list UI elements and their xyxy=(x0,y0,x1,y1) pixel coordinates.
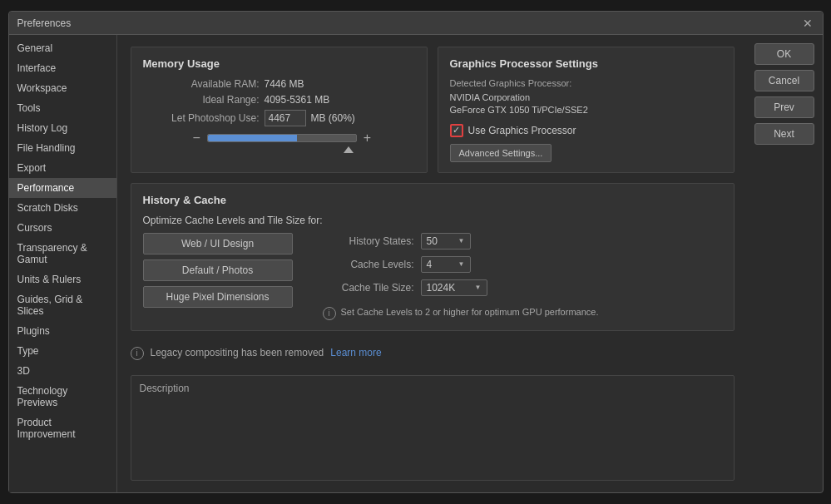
sidebar-item-cursors[interactable]: Cursors xyxy=(9,218,116,238)
gpu-name: NVIDIA Corporation GeForce GTX 1050 Ti/P… xyxy=(450,91,722,117)
gpu-title: Graphics Processor Settings xyxy=(450,57,722,70)
cache-tile-select[interactable]: 1024K ▼ xyxy=(421,279,487,296)
sidebar-item-transparency-&-gamut[interactable]: Transparency & Gamut xyxy=(9,238,116,269)
description-section: Description xyxy=(131,375,735,481)
gpu-info-note: i Set Cache Levels to 2 or higher for op… xyxy=(323,306,722,320)
photoshop-use-percent: MB (60%) xyxy=(311,112,355,124)
sidebar-item-technology-previews[interactable]: Technology Previews xyxy=(9,381,116,413)
next-button[interactable]: Next xyxy=(754,123,814,145)
history-states-arrow: ▼ xyxy=(458,237,465,245)
ideal-range-row: Ideal Range: 4095-5361 MB xyxy=(143,94,415,106)
legacy-notice: i Legacy compositing has been removed Le… xyxy=(131,341,735,365)
prev-button[interactable]: Prev xyxy=(754,96,814,118)
info-icon: i xyxy=(323,307,336,320)
sidebar-item-workspace[interactable]: Workspace xyxy=(9,78,116,98)
learn-more-link[interactable]: Learn more xyxy=(330,347,381,358)
sidebar-item-3d[interactable]: 3D xyxy=(9,361,116,381)
close-button[interactable]: ✕ xyxy=(801,17,814,30)
sidebar-item-general[interactable]: General xyxy=(9,38,116,58)
cancel-button[interactable]: Cancel xyxy=(754,70,814,91)
available-ram-label: Available RAM: xyxy=(143,78,260,90)
cache-levels-arrow: ▼ xyxy=(458,260,465,268)
right-buttons: OK Cancel Prev Next xyxy=(748,35,823,492)
use-gpu-label: Use Graphics Processor xyxy=(468,125,576,136)
sidebar-item-units-&-rulers[interactable]: Units & Rulers xyxy=(9,269,116,289)
cache-preset-buttons: Web / UI Design Default / Photos Huge Pi… xyxy=(143,233,293,320)
sidebar-item-plugins[interactable]: Plugins xyxy=(9,321,116,341)
history-states-label: History States: xyxy=(323,235,414,247)
photoshop-use-input[interactable] xyxy=(265,110,306,126)
sidebar-item-tools[interactable]: Tools xyxy=(9,98,116,118)
history-states-select[interactable]: 50 ▼ xyxy=(421,233,471,250)
advanced-settings-button[interactable]: Advanced Settings... xyxy=(450,144,552,162)
ok-button[interactable]: OK xyxy=(754,43,814,65)
gpu-note-text: Set Cache Levels to 2 or higher for opti… xyxy=(341,306,599,319)
sidebar: GeneralInterfaceWorkspaceToolsHistory Lo… xyxy=(9,35,117,492)
slider-thumb xyxy=(344,146,354,153)
default-photos-button[interactable]: Default / Photos xyxy=(143,259,293,281)
cache-settings: History States: 50 ▼ Cache Levels: 4 ▼ xyxy=(306,233,722,320)
sidebar-item-type[interactable]: Type xyxy=(9,341,116,361)
cache-levels-label: Cache Levels: xyxy=(323,259,414,270)
cache-levels-select[interactable]: 4 ▼ xyxy=(421,256,471,273)
history-cache-panel: History & Cache Optimize Cache Levels an… xyxy=(131,183,735,331)
sidebar-item-product-improvement[interactable]: Product Improvement xyxy=(9,413,116,444)
cache-tile-label: Cache Tile Size: xyxy=(323,282,414,294)
available-ram-row: Available RAM: 7446 MB xyxy=(143,78,415,90)
sidebar-item-performance[interactable]: Performance xyxy=(9,178,116,198)
use-gpu-checkbox[interactable]: ✓ xyxy=(450,124,463,137)
main-content: Memory Usage Available RAM: 7446 MB Idea… xyxy=(117,35,748,492)
sidebar-item-scratch-disks[interactable]: Scratch Disks xyxy=(9,198,116,218)
sidebar-item-file-handling[interactable]: File Handling xyxy=(9,138,116,158)
memory-panel: Memory Usage Available RAM: 7446 MB Idea… xyxy=(131,47,428,173)
sidebar-item-history-log[interactable]: History Log xyxy=(9,118,116,138)
cache-tile-arrow: ▼ xyxy=(475,284,482,291)
gpu-checkbox-row: ✓ Use Graphics Processor xyxy=(450,124,722,137)
gpu-panel: Graphics Processor Settings Detected Gra… xyxy=(438,47,735,173)
history-cache-title: History & Cache xyxy=(143,194,722,206)
memory-slider[interactable] xyxy=(207,134,357,142)
huge-pixel-button[interactable]: Huge Pixel Dimensions xyxy=(143,286,293,308)
gpu-detected-label: Detected Graphics Processor: xyxy=(450,78,722,88)
checkbox-check: ✓ xyxy=(453,126,460,135)
legacy-info-icon: i xyxy=(131,347,144,360)
web-ui-button[interactable]: Web / UI Design xyxy=(143,233,293,254)
optimize-label: Optimize Cache Levels and Tile Size for: xyxy=(143,215,722,226)
dialog-body: GeneralInterfaceWorkspaceToolsHistory Lo… xyxy=(9,35,823,492)
available-ram-value: 7446 MB xyxy=(265,78,304,90)
plus-button[interactable]: + xyxy=(364,131,371,145)
slider-fill xyxy=(208,135,297,141)
slider-row: − + xyxy=(193,131,415,145)
preferences-dialog: Preferences ✕ GeneralInterfaceWorkspaceT… xyxy=(8,11,824,493)
ideal-range-value: 4095-5361 MB xyxy=(265,94,330,106)
cache-tile-row: Cache Tile Size: 1024K ▼ xyxy=(323,279,722,296)
photoshop-use-row: Let Photoshop Use: MB (60%) xyxy=(143,110,415,126)
sidebar-item-guides,-grid-&-slices[interactable]: Guides, Grid & Slices xyxy=(9,289,116,321)
dialog-title: Preferences xyxy=(17,17,72,29)
history-states-row: History States: 50 ▼ xyxy=(323,233,722,250)
sidebar-item-export[interactable]: Export xyxy=(9,158,116,178)
top-row: Memory Usage Available RAM: 7446 MB Idea… xyxy=(131,47,735,173)
sidebar-item-interface[interactable]: Interface xyxy=(9,58,116,78)
cache-levels-row: Cache Levels: 4 ▼ xyxy=(323,256,722,273)
description-title: Description xyxy=(140,383,725,394)
legacy-text: Legacy compositing has been removed xyxy=(151,347,324,358)
ideal-range-label: Ideal Range: xyxy=(143,94,260,106)
photoshop-use-label: Let Photoshop Use: xyxy=(143,112,260,124)
slider-thumb-row xyxy=(193,146,415,153)
minus-button[interactable]: − xyxy=(193,131,200,145)
cache-body: Web / UI Design Default / Photos Huge Pi… xyxy=(143,233,722,320)
title-bar: Preferences ✕ xyxy=(9,12,823,35)
memory-title: Memory Usage xyxy=(143,57,415,70)
